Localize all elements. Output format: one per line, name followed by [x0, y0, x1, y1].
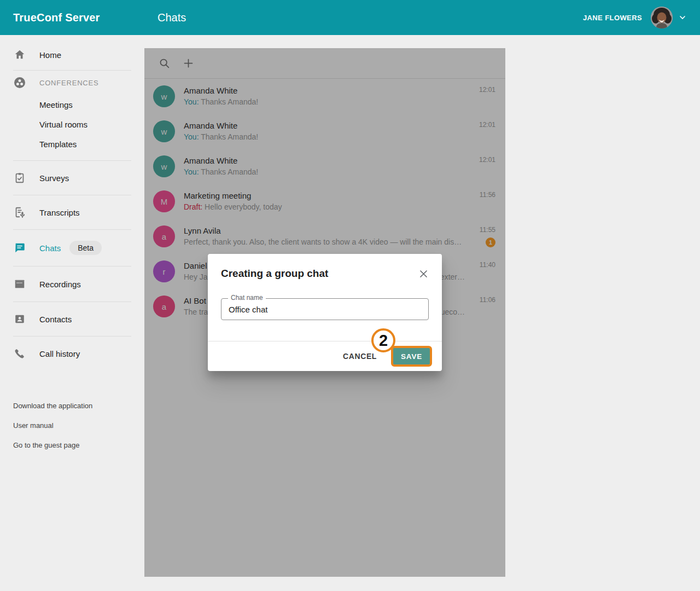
sidebar-item-recordings[interactable]: Recordings	[0, 266, 144, 302]
sidebar-item-call-history[interactable]: Call history	[0, 337, 144, 370]
user-avatar[interactable]	[651, 7, 673, 28]
create-group-chat-dialog: Creating a group chat Chat name CANCEL S…	[208, 254, 442, 371]
sidebar-footer-links: Download the application User manual Go …	[0, 396, 144, 455]
sidebar-item-surveys[interactable]: Surveys	[0, 161, 144, 195]
sidebar-item-label: Home	[39, 50, 61, 60]
surveys-icon	[13, 171, 26, 184]
sidebar-item-meetings[interactable]: Meetings	[0, 95, 144, 114]
cancel-button[interactable]: CANCEL	[337, 347, 382, 365]
annotation-step-2: 2	[371, 328, 395, 352]
sidebar: Home CONFERENCES Meetings Virtual rooms …	[0, 35, 144, 591]
sidebar-item-contacts[interactable]: Contacts	[0, 302, 144, 336]
conferences-icon	[13, 76, 26, 89]
close-icon[interactable]	[418, 269, 429, 279]
sidebar-section-conferences[interactable]: CONFERENCES	[0, 71, 144, 95]
dialog-title: Creating a group chat	[221, 267, 328, 280]
link-guest-page[interactable]: Go to the guest page	[0, 435, 144, 455]
sidebar-item-chats[interactable]: Chats Beta	[0, 230, 144, 266]
sidebar-item-templates[interactable]: Templates	[0, 134, 144, 154]
chevron-down-icon[interactable]	[678, 13, 687, 22]
call-history-icon	[13, 347, 26, 360]
user-menu[interactable]: JANE FLOWERS	[583, 7, 687, 28]
transcripts-icon	[13, 206, 26, 219]
app-title: TrueConf Server	[13, 11, 158, 24]
home-icon	[13, 48, 26, 61]
link-download-application[interactable]: Download the application	[0, 396, 144, 415]
sidebar-item-virtual-rooms[interactable]: Virtual rooms	[0, 114, 144, 134]
avatar-photo	[651, 7, 673, 28]
chat-name-field: Chat name	[221, 298, 429, 320]
sidebar-item-transcripts[interactable]: Transcripts	[0, 195, 144, 229]
beta-badge: Beta	[69, 241, 102, 255]
link-user-manual[interactable]: User manual	[0, 415, 144, 435]
page-title: Chats	[158, 11, 583, 24]
contacts-icon	[13, 312, 26, 326]
chat-name-label: Chat name	[228, 294, 266, 302]
app-header: TrueConf Server Chats JANE FLOWERS	[0, 0, 700, 35]
chats-icon	[13, 241, 26, 254]
sidebar-section-label: CONFERENCES	[39, 79, 98, 87]
save-button[interactable]: SAVE	[391, 346, 432, 367]
user-name: JANE FLOWERS	[583, 14, 642, 22]
recordings-icon	[13, 277, 26, 291]
chat-name-input[interactable]	[221, 299, 428, 320]
sidebar-item-home[interactable]: Home	[0, 39, 144, 70]
